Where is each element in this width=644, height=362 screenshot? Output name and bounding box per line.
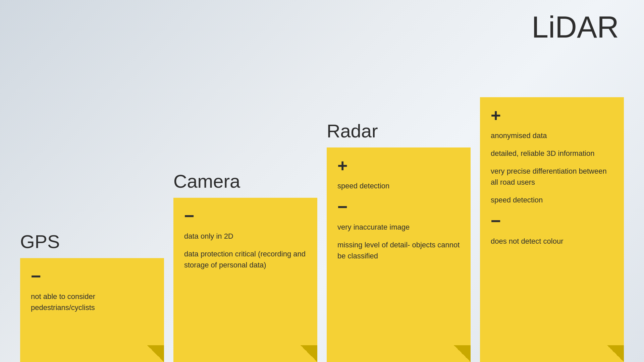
camera-title: Camera [173,171,240,192]
lidar-minus-sign: − [491,212,613,230]
radar-cons: very inaccurate image missing level of d… [337,222,460,261]
camera-con-2: data protection critical (recording and … [184,248,307,270]
camera-minus-sign: − [184,207,307,225]
lidar-pro-1: anonymised data [491,130,613,141]
lidar-pro-2: detailed, reliable 3D information [491,148,613,159]
lidar-minus-section: − does not detect colour [491,212,613,247]
lidar-pro-4: speed detection [491,194,613,205]
lidar-con-1: does not detect colour [491,236,613,247]
gps-card: − not able to consider pedestrians/cycli… [20,258,164,362]
radar-minus-section: − very inaccurate image missing level of… [337,198,460,261]
radar-con-2: missing level of detail- objects cannot … [337,239,460,261]
camera-con-1: data only in 2D [184,231,307,242]
lidar-card: + anonymised data detailed, reliable 3D … [480,97,624,362]
column-lidar: + anonymised data detailed, reliable 3D … [480,0,624,362]
lidar-pro-3: very precise differentiation between all… [491,166,613,188]
gps-con-1: not able to consider pedestrians/cyclist… [31,291,153,313]
slide: LiDAR GPS − not able to consider pedestr… [0,0,644,362]
camera-card: − data only in 2D data protection critic… [173,198,317,362]
radar-pro-1: speed detection [337,180,460,191]
columns-container: GPS − not able to consider pedestrians/c… [20,0,624,362]
radar-card: + speed detection − very inaccurate imag… [327,147,471,362]
radar-title: Radar [327,121,378,141]
gps-cons: not able to consider pedestrians/cyclist… [31,291,153,313]
radar-pros: speed detection [337,180,460,191]
gps-minus-sign: − [31,267,153,285]
column-gps: GPS − not able to consider pedestrians/c… [20,0,164,362]
radar-minus-sign: − [337,198,460,216]
camera-cons: data only in 2D data protection critical… [184,231,307,270]
gps-title: GPS [20,231,60,252]
lidar-plus-sign: + [491,107,613,124]
column-camera: Camera − data only in 2D data protection… [173,0,317,362]
lidar-cons: does not detect colour [491,236,613,247]
radar-plus-sign: + [337,157,460,174]
column-radar: Radar + speed detection − very inaccurat… [327,0,471,362]
radar-con-1: very inaccurate image [337,222,460,233]
lidar-pros: anonymised data detailed, reliable 3D in… [491,130,613,205]
